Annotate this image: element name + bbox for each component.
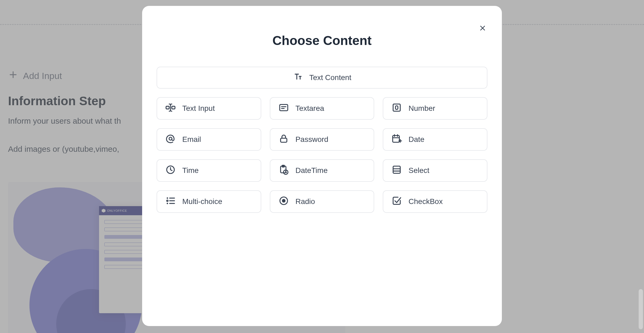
multi-choice-icon — [165, 195, 176, 208]
svg-rect-6 — [280, 104, 288, 111]
option-checkbox[interactable]: CheckBox — [383, 190, 487, 213]
option-label: Date — [408, 135, 424, 144]
option-label: Time — [182, 166, 199, 175]
svg-rect-13 — [393, 135, 399, 142]
svg-rect-23 — [393, 166, 400, 173]
option-password[interactable]: Password — [270, 128, 374, 151]
text-cursor-icon — [165, 102, 176, 115]
radio-icon — [278, 195, 289, 208]
svg-rect-9 — [393, 104, 400, 111]
svg-point-33 — [282, 199, 285, 202]
calendar-add-icon — [391, 133, 402, 146]
svg-rect-5 — [172, 106, 175, 109]
svg-point-26 — [167, 197, 168, 199]
scrollbar[interactable] — [639, 289, 643, 329]
modal-title: Choose Content — [157, 33, 487, 48]
at-icon — [165, 133, 176, 146]
textarea-icon — [278, 102, 289, 115]
svg-rect-4 — [166, 106, 169, 109]
option-email[interactable]: Email — [157, 128, 261, 151]
option-label: Select — [408, 166, 429, 175]
option-label: Text Content — [309, 73, 351, 82]
modal-overlay[interactable]: Choose Content Text Content Text Input T… — [0, 0, 644, 333]
option-label: Number — [408, 104, 435, 113]
option-multi-choice[interactable]: Multi-choice — [157, 190, 261, 213]
clipboard-clock-icon — [278, 164, 289, 177]
options-grid: Text Input Textarea Number Email — [157, 97, 487, 213]
option-label: Radio — [296, 197, 315, 206]
number-icon — [391, 102, 402, 115]
close-icon — [479, 24, 487, 33]
svg-rect-10 — [396, 106, 398, 109]
close-button[interactable] — [476, 22, 489, 35]
option-select[interactable]: Select — [383, 159, 487, 182]
select-list-icon — [391, 164, 402, 177]
option-label: Email — [182, 135, 201, 144]
option-text-content[interactable]: Text Content — [157, 67, 487, 89]
option-datetime[interactable]: DateTime — [270, 159, 374, 182]
option-label: Password — [296, 135, 328, 144]
svg-rect-12 — [281, 138, 287, 142]
text-format-icon — [293, 71, 303, 84]
choose-content-modal: Choose Content Text Content Text Input T… — [142, 6, 502, 326]
option-date[interactable]: Date — [383, 128, 487, 151]
lock-icon — [278, 133, 289, 146]
option-number[interactable]: Number — [383, 97, 487, 120]
option-label: DateTime — [296, 166, 328, 175]
option-label: CheckBox — [408, 197, 443, 206]
option-text-input[interactable]: Text Input — [157, 97, 261, 120]
clock-icon — [165, 164, 176, 177]
option-radio[interactable]: Radio — [270, 190, 374, 213]
option-label: Textarea — [296, 104, 324, 113]
option-label: Multi-choice — [182, 197, 222, 206]
svg-point-28 — [167, 203, 168, 204]
option-label: Text Input — [182, 104, 215, 113]
option-time[interactable]: Time — [157, 159, 261, 182]
checkbox-icon — [391, 195, 402, 208]
option-textarea[interactable]: Textarea — [270, 97, 374, 120]
svg-point-27 — [167, 200, 168, 201]
